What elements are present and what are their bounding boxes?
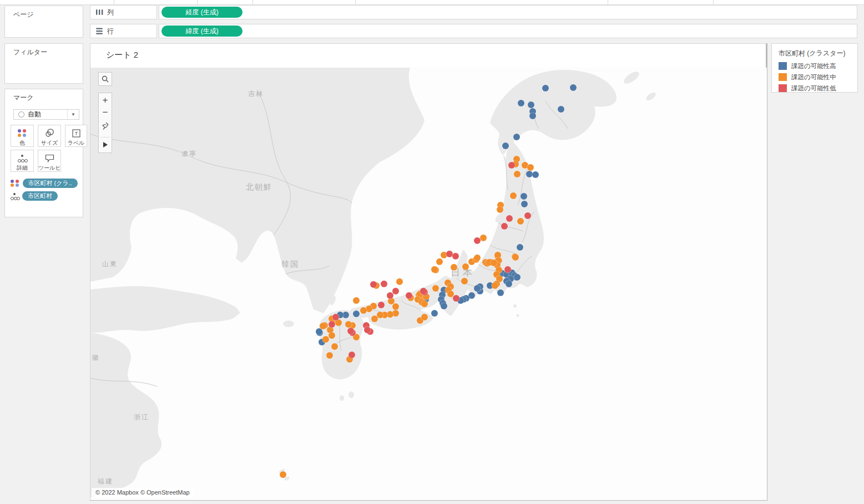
map-point[interactable] [474,237,481,244]
map-point[interactable] [432,285,439,292]
detail-button[interactable]: 詳細 [11,150,34,172]
map-point[interactable] [521,201,528,207]
map-point[interactable] [512,254,519,261]
label-button[interactable]: T ラベル [65,125,87,147]
map-point[interactable] [451,264,457,271]
map-point[interactable] [501,223,508,230]
map-point[interactable] [518,100,524,106]
map-point[interactable] [497,206,503,213]
map-point[interactable] [491,259,497,266]
map-point[interactable] [436,258,443,265]
municipality-field-pill[interactable]: 市区町村 [22,191,58,201]
map-point[interactable] [529,113,536,119]
map-attribution[interactable]: © 2022 Mapbox © OpenStreetMap [92,488,194,497]
legend-item[interactable]: 課題の可能性中 [772,72,857,83]
map-point[interactable] [381,281,387,287]
map-point[interactable] [508,162,515,169]
map-point[interactable] [378,302,385,308]
map-point[interactable] [353,297,360,304]
map-point[interactable] [497,289,504,296]
latitude-pill[interactable]: 緯度 (生成) [161,26,242,37]
map-point[interactable] [510,192,517,199]
filters-shelf[interactable]: フィルター [4,43,83,84]
map-point[interactable] [480,235,487,241]
color-button[interactable]: 色 [11,125,34,147]
map-point[interactable] [370,281,377,288]
map-point[interactable] [504,266,511,273]
map-point[interactable] [474,254,481,261]
map-point[interactable] [360,307,367,314]
longitude-pill[interactable]: 経度 (生成) [161,7,242,18]
sheet-title[interactable]: シート 2 [106,50,138,60]
map-point[interactable] [521,193,527,200]
map-point[interactable] [502,142,509,149]
map-point[interactable] [570,84,577,91]
map-point[interactable] [329,332,335,339]
zoom-out-button[interactable]: − [99,107,112,118]
size-button[interactable]: サイズ [38,125,61,147]
map-point[interactable] [527,164,534,171]
map-point[interactable] [532,171,539,178]
map-point[interactable] [513,134,520,140]
map-point[interactable] [421,314,428,320]
map-point[interactable] [322,336,329,343]
map-view[interactable]: 吉林遼寧北朝鮮山東韓国日本徽浙江福建 + − © 2022 Mapbox © O… [90,68,767,500]
map-point[interactable] [329,321,335,328]
map-point[interactable] [517,244,523,251]
legend-item[interactable]: 課題の可能性高 [772,60,857,72]
map-point[interactable] [353,310,360,317]
map-point[interactable] [345,321,352,328]
map-point[interactable] [492,282,498,289]
map-point[interactable] [461,278,468,284]
map-point[interactable] [331,343,338,350]
map-point[interactable] [453,295,459,302]
rows-shelf[interactable]: 緯度 (生成) [159,24,857,38]
map-point[interactable] [474,285,481,292]
map-point[interactable] [421,301,428,307]
tooltip-button[interactable]: ツールヒ… [38,150,61,172]
map-point[interactable] [542,85,549,91]
chevron-down-icon[interactable]: ▼ [67,110,79,119]
detail-icon[interactable] [11,193,19,200]
cluster-field-pill[interactable]: 市区町村 (クラ.. [23,179,78,188]
map-point[interactable] [392,303,399,310]
legend-item[interactable]: 課題の可能性低 [772,83,857,94]
map-point[interactable] [326,352,333,359]
map-point[interactable] [528,101,534,108]
map-point[interactable] [347,328,354,334]
map-point[interactable] [406,292,412,299]
marks-pill-row: 市区町村 (クラ.. [11,179,78,188]
pages-shelf[interactable]: ページ [4,6,83,38]
map-point[interactable] [514,274,521,281]
map-point[interactable] [506,281,512,287]
map-point[interactable] [462,263,469,270]
map-point[interactable] [558,106,564,113]
map-point[interactable] [387,292,393,299]
map-point[interactable] [280,471,286,478]
map-point[interactable] [420,288,427,294]
map-point[interactable] [377,312,383,318]
color-icon[interactable] [11,180,19,187]
pan-arrow-button[interactable] [99,140,112,150]
pin-button[interactable] [99,122,112,133]
map-point[interactable] [316,328,322,335]
map-point[interactable] [517,218,524,225]
map-point[interactable] [524,212,531,219]
mark-type-dropdown[interactable]: 自動 ▼ [13,109,79,120]
zoom-in-button[interactable]: + [99,95,112,106]
columns-shelf[interactable]: 経度 (生成) [159,5,857,19]
map-point[interactable] [514,171,521,177]
map-point[interactable] [431,266,438,273]
map-point[interactable] [452,253,459,259]
map-point[interactable] [320,323,326,329]
map-point[interactable] [396,278,403,285]
map-point[interactable] [392,288,399,294]
map-point[interactable] [332,314,339,320]
map-point[interactable] [371,315,378,322]
map-search-button[interactable] [98,72,112,86]
map-point[interactable] [506,215,513,222]
map-point[interactable] [348,352,355,358]
map-point[interactable] [431,310,438,317]
map-point[interactable] [364,327,371,333]
map-point[interactable] [441,303,447,309]
